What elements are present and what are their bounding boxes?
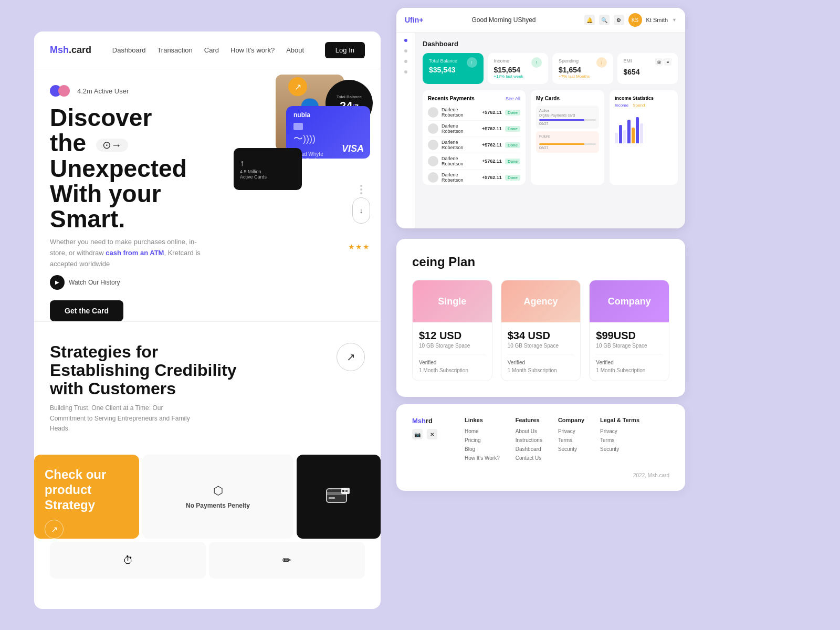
pricing-cards: Single $12 USD 10 GB Storage Space Verif… <box>412 280 669 381</box>
footer-legal-title: Legal & Terms <box>600 417 639 423</box>
stat-spending: ↓ Spending $1,654 +7% last Months <box>552 53 613 84</box>
user-name: Kt Smith <box>646 17 668 23</box>
payment-avatar-5 <box>428 172 438 183</box>
orange-arrow-button[interactable]: ↗ <box>288 77 307 96</box>
product-arrow-circle[interactable]: ↗ <box>45 520 64 539</box>
footer-pricing[interactable]: Pricing <box>465 437 500 443</box>
card-digital-label: Digital Payments card <box>539 113 596 117</box>
dashboard-topbar: Ufin+ Good Morning UShyed 🔔 🔍 ⚙ KS Kt Sm… <box>396 8 685 33</box>
feature-eraser-card: ✏ <box>209 542 365 579</box>
product-heading: Check our product Strategy <box>45 467 129 512</box>
pricing-card-single: Single $12 USD 10 GB Storage Space Verif… <box>412 280 492 381</box>
footer-legal-terms[interactable]: Terms <box>600 437 639 443</box>
footer-how[interactable]: How It's Work? <box>465 455 500 461</box>
atm-link[interactable]: cash from an ATM <box>106 249 164 257</box>
income-legend: Income Spend <box>615 103 673 108</box>
payment-amount-1: +$762.11 <box>482 110 502 115</box>
instagram-icon[interactable]: 📷 <box>412 429 423 439</box>
dashboard-logo: Ufin+ <box>405 16 423 24</box>
payment-row-4: Darlene Robertson +$762.11 Done <box>428 153 520 170</box>
black-card-amount: 4.5 Million <box>240 169 296 174</box>
dashboard-title: Dashboard <box>423 40 678 48</box>
payment-status-5: Done <box>505 175 520 181</box>
card-future-label: Future <box>539 134 596 138</box>
card-icon <box>326 485 352 509</box>
search-icon-dash[interactable]: 🔍 <box>599 15 610 25</box>
income-change: +17% last week <box>494 74 542 79</box>
footer-features-title: Features <box>516 417 542 423</box>
footer-dashboard[interactable]: Dashboard <box>516 446 542 452</box>
topbar-icons: 🔔 🔍 ⚙ KS Kt Smith ▼ <box>584 13 677 27</box>
see-all-link[interactable]: See All <box>506 96 520 101</box>
payment-row-1: Darlene Robertson +$762.11 Done <box>428 104 520 121</box>
settings-icon[interactable]: ⚙ <box>614 15 624 25</box>
footer-legal-privacy[interactable]: Privacy <box>600 428 639 434</box>
footer-contact[interactable]: Contact Us <box>516 455 542 461</box>
footer-instructions[interactable]: Instructions <box>516 437 542 443</box>
scroll-dot-2 <box>360 188 362 191</box>
card-brand: nubia <box>293 111 363 119</box>
bar-1 <box>615 133 618 143</box>
income-legend-spend: Spend <box>633 103 645 108</box>
payment-amount-5: +$762.11 <box>482 175 502 180</box>
sidebar-dot-4[interactable] <box>404 70 407 74</box>
footer-company-privacy[interactable]: Privacy <box>558 428 584 434</box>
stat-emi: EMI ⊞ ≡ $654 <box>617 53 678 84</box>
sidebar-dot-3[interactable] <box>404 60 407 63</box>
footer-about[interactable]: About Us <box>516 428 542 434</box>
scroll-indicator: ↓ <box>352 185 370 224</box>
card-network: VISA <box>342 143 364 154</box>
footer-home[interactable]: Home <box>465 428 500 434</box>
nav-about[interactable]: About <box>286 46 304 54</box>
footer-legal-security[interactable]: Security <box>600 446 639 452</box>
scroll-dots <box>360 185 362 194</box>
nav-transaction[interactable]: Transaction <box>157 46 192 54</box>
bar-2 <box>619 125 622 143</box>
sidebar-dot-1[interactable] <box>404 39 407 42</box>
footer-company-title: Company <box>558 417 584 423</box>
card-up-arrow: ↑ <box>240 159 296 168</box>
footer-company-security[interactable]: Security <box>558 446 584 452</box>
footer-brand: Mshrd <box>412 417 454 425</box>
payment-name-4: Darlene Robertson <box>442 156 479 166</box>
nav-how[interactable]: How It's work? <box>230 46 275 54</box>
twitter-icon[interactable]: ✕ <box>427 429 437 439</box>
bell-icon[interactable]: 🔔 <box>584 15 595 25</box>
pricing-storage-company: 10 GB Storage Space <box>596 343 663 349</box>
pricing-img-agency: Agency <box>501 280 581 322</box>
login-button[interactable]: Log In <box>325 42 365 58</box>
eraser-icon: ✏ <box>282 554 291 566</box>
scroll-dot-3 <box>360 192 362 194</box>
hero-section: 4.2m Active User Discover the ⊙→ Unexpec… <box>34 69 381 321</box>
footer-col-company: Company Privacy Terms Security <box>558 417 584 464</box>
get-card-button[interactable]: Get the Card <box>50 300 123 321</box>
product-orange-card: Check our product Strategy ↗ <box>34 455 139 539</box>
footer-blog[interactable]: Blog <box>465 446 500 452</box>
footer-content: Mshrd 📷 ✕ Linkes Home Pricing Blog How I… <box>412 417 669 464</box>
heading-unexpected: Unexpected <box>50 155 187 182</box>
payment-name-5: Darlene Robertson <box>442 172 479 183</box>
nav-card[interactable]: Card <box>204 46 219 54</box>
income-legend-income: Income <box>615 103 628 108</box>
payment-name-2: Darlene Robertson <box>442 123 479 134</box>
nav-links: Dashboard Transaction Card How It's work… <box>107 46 309 54</box>
nav-dashboard[interactable]: Dashboard <box>112 46 146 54</box>
dropdown-arrow[interactable]: ▼ <box>672 17 677 23</box>
heading-with: With your <box>50 180 161 207</box>
svg-rect-2 <box>329 497 335 499</box>
bar-3 <box>623 130 626 143</box>
footer-company-terms[interactable]: Terms <box>558 437 584 443</box>
stat-total-balance: ↑ Total Balance $35,543 <box>423 53 484 84</box>
diagonal-arrow-button[interactable]: ↗ <box>337 343 365 371</box>
card-progress-bar-2 <box>539 143 584 145</box>
footer-col-legal: Legal & Terms Privacy Terms Security <box>600 417 639 464</box>
payment-avatar-2 <box>428 123 438 134</box>
pricing-title: ceing Plan <box>412 255 669 269</box>
my-cards-panel: My Cards Active Digital Payments card 06… <box>531 90 604 185</box>
no-payments-icon: ⬡ <box>213 484 223 498</box>
dashboard-panel: Ufin+ Good Morning UShyed 🔔 🔍 ⚙ KS Kt Sm… <box>396 8 685 228</box>
scroll-arrow[interactable]: ↓ <box>352 197 370 224</box>
sidebar-dot-2[interactable] <box>404 49 407 52</box>
pricing-body-company: $99USD 10 GB Storage Space Verified 1 Mo… <box>590 322 669 381</box>
pricing-storage-agency: 10 GB Storage Space <box>508 343 574 349</box>
